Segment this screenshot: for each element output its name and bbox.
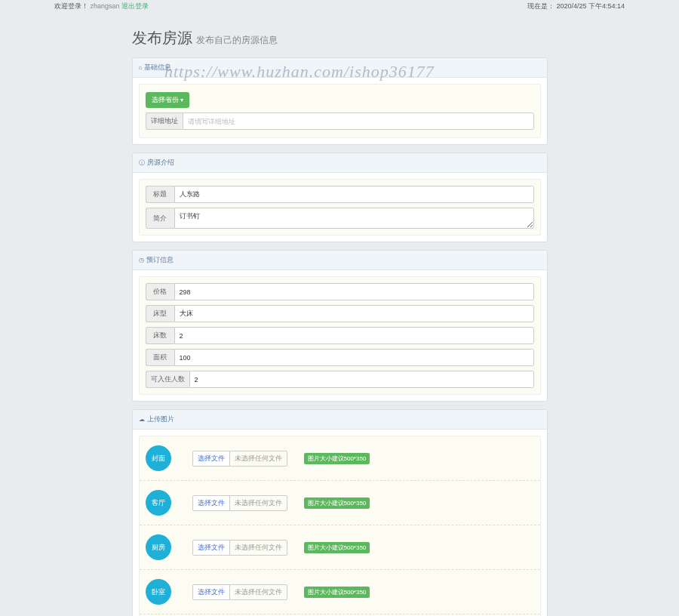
- logout-link[interactable]: 退出登录: [121, 2, 149, 10]
- panel-intro: ⓘ房源介绍 标题 简介 订书钉: [132, 152, 548, 242]
- file-select-button[interactable]: 选择文件: [193, 496, 230, 510]
- upload-circle: 客厅: [146, 490, 171, 516]
- select-province-button[interactable]: 选择省份: [146, 92, 189, 108]
- size-badge: 图片大小建议500*350: [304, 587, 370, 598]
- bedtype-label: 床型: [146, 305, 174, 322]
- panel-basic-header: ⌂基础信息: [133, 58, 547, 78]
- file-status: 未选择任何文件: [230, 451, 287, 466]
- username: zhangsan: [91, 2, 120, 10]
- page-title: 发布房源 发布自己的房源信息: [132, 28, 548, 48]
- upload-circle: 卧室: [146, 579, 171, 605]
- area-input[interactable]: [174, 349, 534, 366]
- address-label: 详细地址: [146, 112, 183, 130]
- file-picker[interactable]: 选择文件未选择任何文件: [192, 540, 287, 556]
- main-container: 发布房源 发布自己的房源信息 ⌂基础信息 选择省份 详细地址 ⓘ房源介绍 标题 …: [132, 13, 548, 616]
- file-select-button[interactable]: 选择文件: [193, 585, 230, 599]
- page-subtitle: 发布自己的房源信息: [196, 35, 278, 45]
- upload-row-bedroom: 卧室 选择文件未选择任何文件 图片大小建议500*350: [140, 569, 540, 614]
- cloud-icon: ☁: [139, 416, 145, 423]
- panel-intro-header: ⓘ房源介绍: [133, 153, 547, 173]
- topbar: 欢迎登录！ zhangsan 退出登录 现在是： 2020/4/25 下午4:5…: [0, 0, 679, 13]
- size-badge: 图片大小建议500*350: [304, 542, 370, 553]
- upload-row-cover: 封面 选择文件未选择任何文件 图片大小建议500*350: [140, 436, 540, 480]
- address-input[interactable]: [183, 112, 534, 130]
- file-status: 未选择任何文件: [230, 496, 287, 510]
- bedcount-input[interactable]: [174, 327, 534, 344]
- info-icon: ⓘ: [139, 159, 145, 166]
- file-picker[interactable]: 选择文件未选择任何文件: [192, 584, 287, 600]
- bedtype-input[interactable]: [174, 305, 534, 322]
- title-input[interactable]: [174, 186, 534, 203]
- now-label: 现在是：: [527, 2, 555, 10]
- file-select-button[interactable]: 选择文件: [193, 541, 230, 555]
- panel-booking-header: ◷预订信息: [133, 251, 547, 270]
- panel-upload-header: ☁上传图片: [133, 410, 547, 430]
- clock-icon: ◷: [139, 257, 144, 263]
- home-icon: ⌂: [139, 64, 143, 71]
- panel-booking: ◷预订信息 价格 床型 床数 面积 可入住人数: [132, 250, 548, 402]
- file-picker[interactable]: 选择文件未选择任何文件: [192, 451, 287, 467]
- file-status: 未选择任何文件: [230, 541, 287, 555]
- file-status: 未选择任何文件: [230, 585, 287, 599]
- brief-textarea[interactable]: 订书钉: [174, 208, 534, 229]
- upload-circle: 封面: [146, 445, 171, 471]
- size-badge: 图片大小建议500*350: [304, 497, 370, 509]
- bedcount-label: 床数: [146, 327, 174, 344]
- title-label: 标题: [146, 186, 174, 203]
- now-time: 2020/4/25 下午4:54:14: [556, 2, 625, 10]
- capacity-input[interactable]: [189, 371, 534, 388]
- welcome-text: 欢迎登录！: [54, 2, 88, 10]
- upload-circle: 厨房: [146, 534, 171, 560]
- file-select-button[interactable]: 选择文件: [193, 451, 230, 466]
- price-label: 价格: [146, 283, 174, 300]
- upload-row-kitchen: 厨房 选择文件未选择任何文件 图片大小建议500*350: [140, 525, 540, 569]
- file-picker[interactable]: 选择文件未选择任何文件: [192, 495, 287, 511]
- panel-basic: ⌂基础信息 选择省份 详细地址: [132, 57, 548, 145]
- panel-upload: ☁上传图片 封面 选择文件未选择任何文件 图片大小建议500*350 客厅 选择…: [132, 409, 548, 616]
- brief-label: 简介: [146, 208, 174, 229]
- capacity-label: 可入住人数: [146, 371, 189, 388]
- area-label: 面积: [146, 349, 174, 366]
- price-input[interactable]: [174, 283, 534, 300]
- size-badge: 图片大小建议500*350: [304, 453, 370, 464]
- upload-row-living: 客厅 选择文件未选择任何文件 图片大小建议500*350: [140, 480, 540, 525]
